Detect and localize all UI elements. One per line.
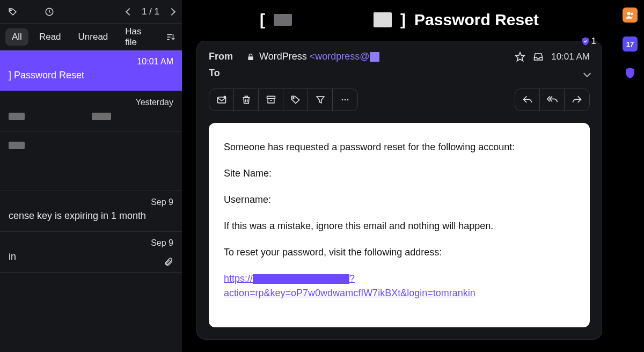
body-paragraph: Site Name: — [224, 166, 575, 181]
filter-has-file[interactable]: Has file — [119, 23, 161, 51]
filter-all[interactable]: All — [5, 28, 28, 46]
svg-point-10 — [347, 99, 349, 101]
body-paragraph: If this was a mistake, ignore this email… — [224, 219, 575, 233]
from-label: From — [209, 51, 246, 62]
mail-row[interactable]: 10:01 AM ] Password Reset — [0, 50, 182, 91]
filter-unread[interactable]: Unread — [72, 28, 115, 46]
to-label: To — [209, 68, 246, 79]
mail-row[interactable]: Yesterday — [0, 91, 182, 132]
right-rail: 17 — [616, 0, 644, 352]
body-paragraph: Username: — [224, 193, 575, 207]
mail-row-subject — [9, 140, 173, 151]
attachment-icon — [164, 257, 173, 267]
svg-point-0 — [10, 10, 11, 11]
from-address: <wordpress@ — [310, 51, 379, 62]
mail-list: 10:01 AM ] Password Reset Yesterday Sep … — [0, 50, 182, 352]
reset-link[interactable]: https://? action=rp&key=oP7w0wdwamcfIW7i… — [224, 273, 475, 298]
reply-button[interactable] — [515, 89, 540, 111]
shield-icon[interactable] — [623, 65, 638, 80]
svg-point-7 — [292, 98, 294, 99]
svg-point-5 — [223, 96, 226, 99]
mail-row-subject: ] Password Reset — [9, 70, 173, 81]
star-icon[interactable] — [515, 52, 525, 62]
inbox-icon[interactable] — [533, 52, 544, 62]
pager-next[interactable] — [169, 7, 174, 17]
label-button[interactable] — [283, 89, 308, 111]
message-card: 1 From WordPress <wordpress@ 10:01 AM To — [196, 41, 602, 340]
pager: 1 / 1 — [127, 6, 174, 17]
mail-row[interactable] — [0, 273, 182, 310]
svg-marker-3 — [516, 52, 525, 61]
svg-point-12 — [631, 13, 634, 16]
archive-button[interactable] — [259, 89, 283, 111]
list-top-bar: 1 / 1 — [0, 0, 182, 24]
message-list-column: 1 / 1 All Read Unread Has file 10:01 AM … — [0, 0, 182, 352]
message-toolbar — [209, 89, 590, 111]
tag-icon[interactable] — [8, 6, 18, 17]
message-body: Someone has requested a password reset f… — [209, 123, 590, 327]
clock-icon[interactable] — [44, 6, 55, 17]
body-paragraph: Someone has requested a password reset f… — [224, 140, 575, 155]
redacted-block — [374, 12, 392, 27]
pager-prev[interactable] — [127, 7, 132, 17]
svg-point-11 — [627, 12, 631, 15]
trash-button[interactable] — [234, 89, 259, 111]
pager-label: 1 / 1 — [142, 6, 159, 17]
mail-row-subject — [9, 111, 173, 122]
tool-group-right — [515, 89, 590, 111]
contacts-icon[interactable] — [623, 8, 638, 23]
mail-row-time: Yesterday — [135, 98, 173, 107]
chevron-down-icon[interactable] — [584, 68, 590, 79]
verified-badge: 1 — [581, 36, 596, 47]
svg-rect-2 — [248, 56, 253, 60]
message-title-text: Password Reset — [414, 11, 539, 29]
mail-row-time: 10:01 AM — [137, 57, 173, 67]
forward-button[interactable] — [565, 89, 589, 111]
message-time: 10:01 AM — [551, 52, 590, 62]
mail-row[interactable] — [0, 132, 182, 191]
calendar-icon[interactable]: 17 — [623, 36, 638, 52]
mail-row-time: Sep 9 — [151, 238, 173, 248]
svg-rect-6 — [267, 96, 275, 98]
mark-unread-button[interactable] — [209, 89, 234, 111]
mail-row[interactable]: Sep 9 cense key is expiring in 1 month — [0, 191, 182, 232]
mail-row-subject: in — [9, 251, 173, 262]
mail-row[interactable]: Sep 9 in — [0, 232, 182, 273]
filter-button[interactable] — [308, 89, 333, 111]
tool-group-left — [209, 89, 358, 111]
from-line: From WordPress <wordpress@ 10:01 AM — [209, 51, 590, 62]
svg-point-9 — [345, 99, 346, 101]
verified-count: 1 — [591, 36, 596, 47]
body-paragraph: To reset your password, visit the follow… — [224, 245, 575, 260]
lock-icon — [246, 53, 255, 61]
reading-pane: [ ] Password Reset 1 From WordPress <wor… — [182, 0, 616, 352]
mail-row-subject: cense key is expiring in 1 month — [9, 210, 173, 222]
svg-point-8 — [342, 99, 343, 101]
reply-all-button[interactable] — [540, 89, 565, 111]
filter-bar: All Read Unread Has file — [0, 24, 182, 50]
from-name: WordPress — [259, 51, 307, 62]
message-title: [ ] Password Reset — [196, 11, 602, 29]
sort-icon[interactable] — [165, 31, 177, 43]
filter-read[interactable]: Read — [33, 28, 68, 46]
to-line[interactable]: To — [209, 68, 590, 79]
more-button[interactable] — [333, 89, 357, 111]
mail-row-time: Sep 9 — [151, 197, 173, 207]
bracket-icon: [ — [260, 11, 265, 29]
